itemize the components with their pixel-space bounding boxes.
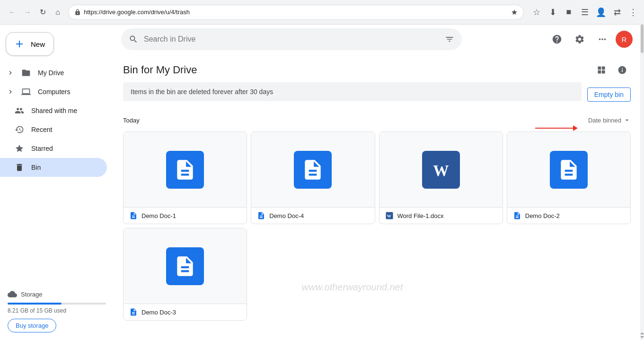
sidebar: New My Drive Computers: [0, 25, 114, 340]
clock-icon: [14, 124, 25, 135]
reload-button[interactable]: ↻: [36, 6, 49, 19]
file-name: Demo Doc-1: [141, 212, 241, 219]
sidebar-item-computers[interactable]: Computers: [0, 82, 107, 101]
file-info: Demo Doc-4: [251, 208, 374, 224]
sidebar-item-starred[interactable]: Starred: [0, 139, 107, 158]
sidebar-item-recent[interactable]: Recent: [0, 120, 107, 139]
sidebar-item-label: Bin: [31, 164, 41, 171]
lock-icon: [74, 9, 81, 16]
sidebar-item-my-drive[interactable]: My Drive: [0, 63, 107, 82]
sidebar-item-label: Shared with me: [31, 107, 77, 114]
file-info: Demo Doc-3: [124, 304, 247, 320]
browser-chrome: ← → ↻ ⌂ https://drive.google.com/drive/u…: [0, 0, 644, 25]
url-text: https://drive.google.com/drive/u/4/trash: [84, 9, 508, 16]
svg-text:W: W: [433, 161, 449, 179]
storage-bar: [8, 303, 106, 305]
sidebar-item-label: Starred: [31, 145, 53, 152]
file-card-demo-doc-4[interactable]: Demo Doc-4: [251, 131, 375, 224]
sidebar-item-bin[interactable]: Bin: [0, 158, 107, 177]
back-button[interactable]: ←: [6, 6, 19, 19]
nav-buttons: ← → ↻ ⌂: [6, 6, 64, 19]
file-grid-row2: Demo Doc-3: [123, 228, 631, 321]
plus-icon: [13, 37, 26, 51]
storage-section: Storage 8.21 GB of 15 GB used Buy storag…: [0, 282, 114, 336]
sync-icon[interactable]: ⇄: [612, 7, 622, 17]
buy-storage-button[interactable]: Buy storage: [8, 319, 56, 332]
settings-icon[interactable]: [570, 30, 589, 49]
expand-icon: [7, 69, 14, 77]
section-header: Today Date binned: [123, 113, 631, 128]
page-header-container: Bin for My Drive click on "empty bin" to…: [123, 54, 631, 82]
file-thumbnail: [124, 228, 247, 304]
avatar[interactable]: R: [616, 31, 633, 48]
folder-icon: [21, 68, 31, 78]
file-card-demo-doc-1[interactable]: Demo Doc-1: [123, 131, 247, 224]
scrollbar-expand[interactable]: [640, 331, 644, 340]
filter-icon[interactable]: [445, 35, 454, 44]
file-info: W Word File-1.docx: [379, 208, 503, 224]
trash-icon: [14, 162, 25, 173]
cloud-icon: [8, 289, 17, 299]
grid-view-button[interactable]: [593, 61, 610, 78]
doc-type-icon: [129, 308, 138, 316]
content-area: Bin for My Drive click on "empty bin" to…: [114, 54, 640, 340]
file-name: Demo Doc-3: [141, 309, 241, 316]
doc-icon-large: [166, 151, 204, 189]
doc-type-icon: [257, 211, 265, 220]
sidebar-item-shared[interactable]: Shared with me: [0, 101, 107, 120]
new-button[interactable]: New: [6, 32, 54, 56]
star-address-icon: [511, 9, 518, 16]
sidebar-item-label: My Drive: [38, 69, 64, 77]
file-thumbnail: [507, 132, 630, 208]
home-button[interactable]: ⌂: [51, 6, 64, 19]
bookmark-icon[interactable]: ☆: [531, 7, 542, 17]
browser-toolbar: ☆ ⬇ ■ ☰ 👤 ⇄ ⋮: [531, 7, 638, 17]
extension-icon[interactable]: ■: [564, 7, 574, 17]
file-card-word-file-1[interactable]: W W Word File-1.docx: [379, 131, 503, 224]
doc-type-icon: [129, 211, 138, 220]
info-button[interactable]: [614, 61, 631, 78]
doc-icon-large: [550, 151, 588, 189]
search-box[interactable]: [121, 28, 462, 50]
sidebar-item-label: Computers: [38, 88, 70, 96]
computer-icon: [21, 87, 31, 97]
doc-icon-large: [166, 247, 204, 285]
word-type-icon: W: [385, 211, 394, 220]
app-container: New My Drive Computers: [0, 25, 644, 340]
file-name: Word File-1.docx: [397, 212, 497, 219]
address-bar[interactable]: https://drive.google.com/drive/u/4/trash: [68, 5, 524, 20]
download-icon[interactable]: ⬇: [547, 7, 558, 17]
file-name: Demo Doc-2: [525, 212, 625, 219]
main-content: R Bin for My Drive: [114, 25, 640, 340]
file-name: Demo Doc-4: [269, 212, 369, 219]
expand-icon: [7, 88, 14, 96]
search-input[interactable]: [144, 35, 439, 44]
file-thumbnail: W: [379, 132, 503, 208]
storage-label: Storage: [8, 289, 106, 299]
scrollbar[interactable]: [640, 25, 644, 340]
top-bar: R: [114, 25, 640, 54]
page-header: Bin for My Drive: [123, 54, 631, 82]
storage-fill: [8, 303, 62, 305]
file-thumbnail: [124, 132, 247, 208]
empty-bin-button[interactable]: Empty bin: [587, 87, 631, 102]
header-actions: [593, 61, 631, 78]
forward-button[interactable]: →: [21, 6, 34, 19]
file-info: Demo Doc-1: [124, 208, 247, 224]
help-icon[interactable]: [547, 30, 566, 49]
reader-icon[interactable]: ☰: [580, 7, 590, 17]
section-date: Today: [123, 117, 140, 124]
sort-button[interactable]: Date binned: [588, 116, 631, 124]
apps-icon[interactable]: [593, 30, 612, 49]
menu-icon[interactable]: ⋮: [628, 7, 638, 17]
star-icon: [14, 143, 25, 154]
scrollbar-thumb[interactable]: [641, 25, 644, 53]
svg-text:W: W: [387, 214, 391, 218]
file-card-demo-doc-2[interactable]: Demo Doc-2: [507, 131, 631, 224]
storage-text: 8.21 GB of 15 GB used: [8, 307, 106, 314]
file-card-demo-doc-3[interactable]: Demo Doc-3: [123, 228, 247, 321]
file-grid-row1: Demo Doc-1 Demo Doc-4: [123, 131, 631, 224]
banner-row: Items in the bin are deleted forever aft…: [123, 82, 631, 107]
word-icon-large: W: [422, 151, 460, 189]
profile-icon[interactable]: 👤: [596, 7, 606, 17]
